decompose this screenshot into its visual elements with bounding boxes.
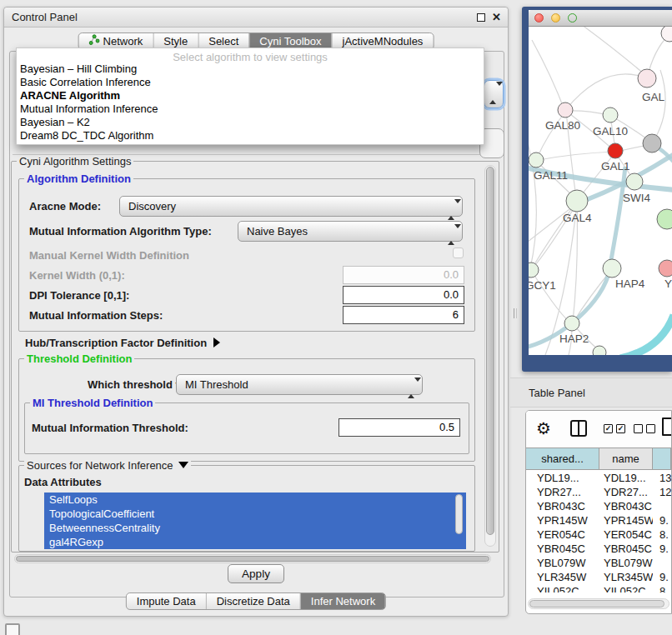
zoom-traffic-light-icon[interactable] [568, 13, 577, 22]
gear-icon[interactable]: ⚙ [536, 418, 551, 438]
unchecked-checkbox-icon[interactable] [634, 424, 643, 433]
mi-algorithm-type-label: Mutual Information Algorithm Type: [29, 225, 212, 238]
attribute-item-topologicalcoefficient[interactable]: TopologicalCoefficient [44, 507, 466, 521]
checked-checkbox-icon[interactable]: ✓ [616, 424, 625, 433]
scrollbar-thumb[interactable] [486, 167, 494, 535]
collapsed-arrow-icon [213, 338, 220, 348]
node-green-right[interactable] [657, 209, 672, 229]
panel-resize-handle[interactable] [513, 308, 518, 318]
table-cell: YER054C [599, 528, 653, 542]
table-cell: YBR043C [599, 499, 653, 513]
node-hap4[interactable] [603, 259, 621, 278]
node-gal10[interactable] [603, 108, 618, 122]
aracne-mode-combo[interactable]: Discovery [119, 196, 463, 217]
sources-group-title[interactable]: Sources for Network Inference [24, 459, 191, 472]
attributes-scrollbar[interactable] [455, 494, 463, 546]
table-cell: YDL19... [599, 471, 653, 485]
table-rows: YDL19...YDL19...13YDR27...YDR27...12YBR0… [526, 471, 671, 592]
node-hap2[interactable] [564, 316, 579, 331]
column-header-2[interactable] [653, 448, 671, 469]
dpi-tolerance-field[interactable]: 0.0 [343, 286, 464, 304]
table-row[interactable]: YBR045CYBR045C9. [526, 542, 671, 556]
columns-icon[interactable] [570, 420, 587, 437]
table-cell: 8 [653, 584, 671, 592]
column-header-name[interactable]: name [599, 448, 653, 469]
data-attributes-list[interactable]: SelfLoopsTopologicalCoefficientBetweenne… [44, 492, 466, 549]
hub-definition-toggle[interactable]: Hub/Transcription Factor Definition [25, 337, 220, 349]
attribute-item-selfloops[interactable]: SelfLoops [44, 492, 466, 507]
manual-kernel-width-checkbox[interactable] [453, 248, 464, 258]
collapsed-panel-icon[interactable] [5, 623, 20, 635]
scrollbar-thumb[interactable] [529, 600, 664, 608]
node-gcy1[interactable] [529, 262, 539, 278]
node-small-bottom[interactable] [593, 346, 606, 355]
table-row[interactable]: YBL079WYBL079W [526, 556, 671, 570]
settings-horizontal-scrollbar[interactable] [14, 554, 491, 563]
table-row[interactable]: YLR345WYLR345W9. [526, 570, 671, 584]
table-row[interactable]: YDL19...YDL19...13 [526, 471, 671, 485]
node-hap4-label: HAP4 [615, 278, 645, 290]
mi-steps-field[interactable]: 6 [343, 306, 464, 324]
algorithm-item-mutual-information-inference[interactable]: Mutual Information Inference [17, 102, 484, 116]
table-toolbar: ⚙ ✓ ✓ [526, 411, 671, 448]
table-row[interactable]: YIL052CYIL052C8 [526, 584, 671, 592]
algorithm-item-aracne-algorithm[interactable]: ARACNE Algorithm [17, 89, 484, 102]
algorithm-placeholder: Select algorithm to view settings [17, 48, 484, 62]
mi-threshold-field[interactable]: 0.5 [339, 418, 460, 437]
node-swi4[interactable] [626, 173, 643, 190]
attribute-item-gal4rgexp[interactable]: gal4RGexp [44, 535, 466, 549]
mi-algorithm-type-combo[interactable]: Naive Bayes [238, 221, 463, 242]
table-cell: YIL052C [526, 584, 599, 592]
table-horizontal-scrollbar[interactable] [528, 598, 669, 609]
tab-discretize-data[interactable]: Discretize Data [206, 593, 300, 609]
algorithm-item-bayesian-k2[interactable]: Bayesian – K2 [17, 116, 484, 129]
column-header-shared[interactable]: shared... [526, 448, 599, 469]
tab-impute-data[interactable]: Impute Data [127, 593, 206, 609]
node-gal-partial[interactable] [638, 69, 656, 88]
scrollbar-thumb[interactable] [16, 556, 489, 562]
network-window-titlebar [529, 10, 672, 27]
table-cell: YBR045C [599, 542, 653, 556]
settings-vertical-scrollbar[interactable] [484, 165, 496, 547]
table-row[interactable]: YPR145WYPR145W9. [526, 513, 671, 528]
checked-checkbox-icon[interactable]: ✓ [604, 424, 613, 433]
unchecked-checkbox-icon[interactable] [646, 424, 655, 433]
minimize-traffic-light-icon[interactable] [551, 13, 560, 22]
algorithm-item-basic-correlation-inference[interactable]: Basic Correlation Inference [17, 76, 484, 89]
inference-algorithm-combo-edge[interactable] [484, 80, 504, 108]
tab-infer-network[interactable]: Infer Network [300, 593, 385, 609]
kernel-width-field[interactable]: 0.0 [343, 266, 464, 284]
combo-spinner-icon [448, 225, 455, 244]
network-view-inner-window: GALGAL80GAL10GAL1GAL11SWI4GAL4GCY1HAP4YH… [529, 10, 672, 355]
node-gray[interactable] [643, 134, 661, 152]
table-row[interactable]: YBR043CYBR043C [526, 499, 671, 513]
table-row[interactable]: YER054CYER054C8. [526, 528, 671, 542]
table-row[interactable]: YDR27...YDR27...12 [526, 485, 671, 499]
algorithm-item-bayesian-hill-climbing[interactable]: Bayesian – Hill Climbing [17, 62, 484, 76]
close-icon[interactable]: ✕ [492, 11, 501, 24]
node-gal4[interactable] [566, 190, 588, 212]
node-gal80[interactable] [558, 102, 573, 118]
attribute-item-betweennesscentrality[interactable]: BetweennessCentrality [44, 521, 466, 535]
node-pink-right[interactable] [659, 260, 672, 277]
scrollbar-thumb[interactable] [455, 494, 463, 534]
kernel-width-label: Kernel Width (0,1): [29, 269, 125, 282]
algorithm-item-dream8-dc-tdc-algorithm[interactable]: Dream8 DC_TDC Algorithm [17, 129, 484, 142]
algorithm-definition-title: Algorithm Definition [24, 172, 133, 185]
node-gal11[interactable] [529, 152, 544, 168]
algorithm-dropdown-popup: Select algorithm to view settings Bayesi… [16, 48, 484, 145]
apply-button[interactable]: Apply [228, 564, 284, 583]
network-canvas[interactable]: GALGAL80GAL10GAL1GAL11SWI4GAL4GCY1HAP4YH… [529, 27, 672, 355]
tab-label: Discretize Data [217, 592, 290, 610]
node-gal1[interactable] [608, 143, 623, 158]
float-window-icon[interactable] [477, 13, 485, 22]
mi-threshold-label: Mutual Information Threshold: [32, 422, 188, 434]
which-threshold-combo[interactable]: MI Threshold [176, 374, 423, 395]
aracne-mode-value: Discovery [128, 200, 176, 212]
table-cell: 8. [653, 528, 671, 542]
node-top-partial[interactable] [661, 27, 672, 42]
close-traffic-light-icon[interactable] [534, 13, 544, 22]
document-icon[interactable] [662, 418, 672, 436]
table-cell: 9. [653, 513, 671, 528]
mi-threshold-group: MI Threshold Definition Mutual Informati… [24, 402, 469, 454]
